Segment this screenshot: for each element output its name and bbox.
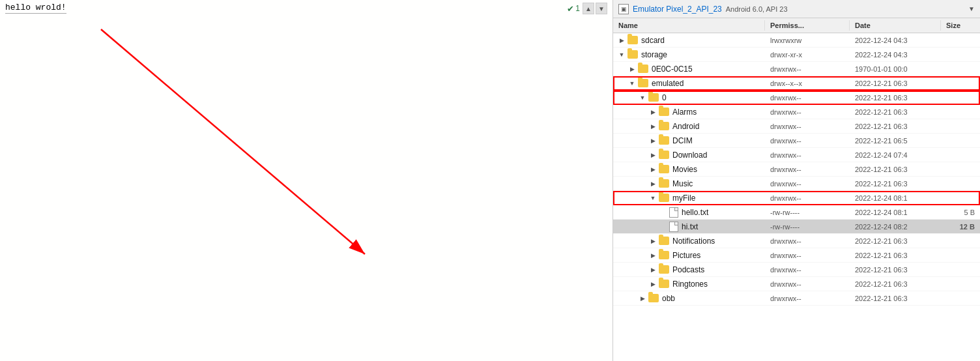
- tree-item-Android[interactable]: ▶Androiddrwxrwx--2022-12-21 06:3: [613, 119, 980, 134]
- col-size: 12 B: [941, 222, 980, 232]
- col-size: [941, 197, 980, 199]
- col-date: 2022-12-21 06:5: [850, 136, 941, 146]
- item-name-label: sdcard: [641, 36, 665, 45]
- tree-name-cell: ▶Android: [613, 121, 765, 132]
- col-permissions: drwxrwx--: [765, 93, 850, 103]
- col-perms-header: Permiss...: [765, 20, 850, 31]
- folder-icon: [659, 151, 669, 159]
- expand-icon[interactable]: ▶: [648, 237, 657, 246]
- tree-item-Podcasts[interactable]: ▶Podcastsdrwxrwx--2022-12-21 06:3: [613, 263, 980, 277]
- expand-icon[interactable]: ▶: [648, 122, 657, 131]
- tree-item-hello.txt[interactable]: hello.txt-rw-rw----2022-12-24 08:15 B: [613, 205, 980, 220]
- col-size: [941, 96, 980, 99]
- expand-icon[interactable]: ▶: [648, 179, 657, 188]
- col-size: [941, 139, 980, 142]
- nav-arrows: ▲ ▼: [583, 3, 607, 14]
- expand-icon[interactable]: ▶: [648, 151, 657, 160]
- expand-icon[interactable]: ▼: [617, 50, 626, 59]
- tree-item-Ringtones[interactable]: ▶Ringtonesdrwxrwx--2022-12-21 06:3: [613, 277, 980, 291]
- tree-name-cell: ▶obb: [613, 293, 765, 304]
- col-date: 2022-12-24 04:3: [850, 35, 941, 46]
- tree-name-cell: ▼storage: [613, 49, 765, 61]
- expand-icon[interactable]: [659, 222, 668, 231]
- tree-item-hi.txt[interactable]: hi.txt-rw-rw----2022-12-24 08:212 B: [613, 220, 980, 234]
- col-permissions: drwxrwx--: [765, 121, 850, 132]
- col-size: [941, 39, 980, 42]
- col-size: [941, 240, 980, 242]
- table-header: Name Permiss... Date Size: [613, 18, 980, 33]
- expand-icon[interactable]: ▶: [648, 165, 657, 174]
- expand-icon[interactable]: ▶: [648, 280, 657, 289]
- col-permissions: drwxrwx--: [765, 293, 850, 304]
- col-date: 2022-12-21 06:3: [850, 93, 941, 103]
- expand-icon[interactable]: ▶: [648, 251, 657, 260]
- folder-icon: [659, 179, 669, 188]
- nav-down-button[interactable]: ▼: [596, 3, 607, 14]
- tree-item-storage[interactable]: ▼storagedrwxr-xr-x2022-12-24 04:3: [613, 48, 980, 62]
- tree-name-cell: ▶sdcard: [613, 35, 765, 46]
- expand-icon[interactable]: ▼: [638, 93, 647, 102]
- col-size: 5 B: [941, 207, 980, 218]
- col-size: [941, 168, 980, 171]
- tree-item-Notifications[interactable]: ▶Notificationsdrwxrwx--2022-12-21 06:3: [613, 234, 980, 248]
- expand-icon[interactable]: ▶: [627, 65, 637, 74]
- tree-item-Pictures[interactable]: ▶Picturesdrwxrwx--2022-12-21 06:3: [613, 248, 980, 263]
- tree-item-DCIM[interactable]: ▶DCIMdrwxrwx--2022-12-21 06:5: [613, 134, 980, 148]
- explorer-header: ▣ Emulator Pixel_2_API_23 Android 6.0, A…: [613, 0, 980, 18]
- file-tree: ▶sdcardlrwxrwxrw2022-12-24 04:3▼storaged…: [613, 33, 980, 361]
- expand-icon[interactable]: ▶: [617, 36, 626, 45]
- col-permissions: drwxrwx--: [765, 250, 850, 261]
- tree-item-obb[interactable]: ▶obbdrwxrwx--2022-12-21 06:3: [613, 291, 980, 306]
- col-date: 2022-12-21 06:3: [850, 250, 941, 261]
- item-name-label: emulated: [652, 79, 684, 88]
- item-name-label: obb: [662, 294, 675, 303]
- folder-icon: [659, 265, 669, 274]
- folder-icon: [638, 65, 648, 73]
- col-date: 2022-12-21 06:3: [850, 121, 941, 132]
- expand-icon[interactable]: [659, 208, 668, 217]
- tree-name-cell: hello.txt: [613, 206, 765, 219]
- col-permissions: lrwxrwxrw: [765, 35, 850, 46]
- tree-item-emulated[interactable]: ▼emulateddrwx--x--x2022-12-21 06:3: [613, 76, 980, 91]
- tree-item-Movies[interactable]: ▶Moviesdrwxrwx--2022-12-21 06:3: [613, 162, 980, 177]
- tree-item-myFile[interactable]: ▼myFiledrwxrwx--2022-12-24 08:1: [613, 191, 980, 205]
- tree-item-sdcard[interactable]: ▶sdcardlrwxrwxrw2022-12-24 04:3: [613, 33, 980, 48]
- tree-name-cell: ▶Music: [613, 178, 765, 190]
- item-name-label: storage: [641, 50, 667, 59]
- check-badge: ✔ 1: [567, 4, 580, 14]
- expand-icon[interactable]: ▼: [648, 194, 657, 203]
- item-name-label: Android: [672, 122, 699, 131]
- col-size: [941, 125, 980, 128]
- tree-item-0E0C-0C15[interactable]: ▶0E0C-0C15drwxrwx--1970-01-01 00:0: [613, 62, 980, 76]
- expand-icon[interactable]: ▶: [648, 136, 657, 145]
- expand-icon[interactable]: ▶: [648, 265, 657, 274]
- col-date: 2022-12-24 08:2: [850, 222, 941, 232]
- expand-icon[interactable]: ▶: [648, 108, 657, 117]
- dropdown-arrow-icon[interactable]: ▼: [968, 5, 975, 12]
- col-date-header: Date: [850, 20, 941, 31]
- col-permissions: -rw-rw----: [765, 207, 850, 218]
- col-date: 2022-12-21 06:3: [850, 293, 941, 304]
- expand-icon[interactable]: ▶: [638, 294, 647, 303]
- folder-icon: [659, 280, 669, 288]
- folder-icon: [659, 136, 669, 145]
- item-name-label: DCIM: [672, 136, 693, 145]
- item-name-label: Alarms: [672, 108, 697, 117]
- folder-icon: [627, 36, 638, 44]
- tree-item-Alarms[interactable]: ▶Alarmsdrwxrwx--2022-12-21 06:3: [613, 105, 980, 119]
- nav-up-button[interactable]: ▲: [583, 3, 594, 14]
- col-permissions: drwxrwx--: [765, 136, 850, 146]
- item-name-label: Notifications: [672, 237, 715, 246]
- col-date: 1970-01-01 00:0: [850, 64, 941, 74]
- col-permissions: drwxrwx--: [765, 150, 850, 160]
- tree-item-0[interactable]: ▼0drwxrwx--2022-12-21 06:3: [613, 91, 980, 105]
- file-icon: [669, 222, 678, 232]
- folder-icon: [659, 122, 669, 130]
- tree-item-Download[interactable]: ▶Downloaddrwxrwx--2022-12-24 07:4: [613, 148, 980, 162]
- check-count: 1: [575, 4, 580, 13]
- file-icon: [669, 207, 678, 218]
- tree-item-Music[interactable]: ▶Musicdrwxrwx--2022-12-21 06:3: [613, 177, 980, 191]
- col-date: 2022-12-24 04:3: [850, 50, 941, 60]
- col-permissions: drwxrwx--: [765, 279, 850, 289]
- expand-icon[interactable]: ▼: [627, 79, 637, 88]
